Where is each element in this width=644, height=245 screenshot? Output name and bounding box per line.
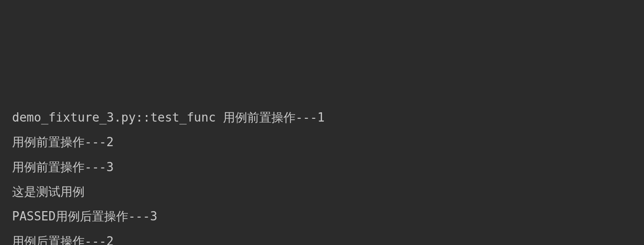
output-line: 这是测试用例 (12, 180, 632, 204)
output-line: 用例前置操作---3 (12, 155, 632, 180)
status-passed: PASSED (12, 209, 56, 223)
output-line: 用例后置操作---2 (12, 229, 632, 245)
output-line: 用例前置操作---2 (12, 130, 632, 155)
output-line: PASSED用例后置操作---3 (12, 204, 632, 229)
output-text: 用例后置操作---3 (56, 209, 158, 223)
output-line: demo_fixture_3.py::test_func 用例前置操作---1 (12, 105, 632, 130)
